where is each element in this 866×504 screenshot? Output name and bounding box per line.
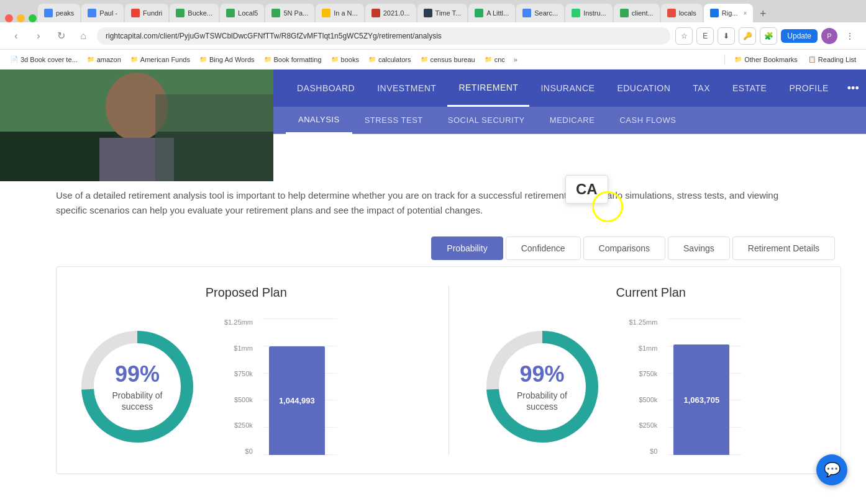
minimize-button[interactable]	[17, 14, 25, 22]
bookmark-star-icon[interactable]: ☆	[675, 27, 693, 45]
tab-savings[interactable]: Savings	[668, 236, 730, 260]
proposed-bar-area: 1,044,993	[263, 318, 337, 455]
proposed-plan-section: Proposed Plan 99% Probability ofsuccess	[75, 286, 417, 455]
nav-item-estate[interactable]: Estate	[721, 70, 778, 107]
tab-icon-2021	[371, 9, 380, 17]
tab-ina[interactable]: In a N...	[316, 4, 364, 22]
tab-fundri[interactable]: Fundri	[125, 4, 168, 22]
video-person	[0, 70, 273, 181]
bookmark-cnc[interactable]: 📁 cnc	[480, 53, 509, 66]
forward-button[interactable]: ›	[30, 27, 47, 45]
home-button[interactable]: ⌂	[75, 27, 92, 45]
tab-retirement-details[interactable]: Retirement Details	[732, 236, 835, 260]
maximize-button[interactable]	[29, 14, 37, 22]
extension-icon-1[interactable]: E	[696, 27, 714, 45]
bookmark-3d-book[interactable]: 📄 3d Book cover te...	[6, 53, 81, 66]
nav-item-dashboard[interactable]: Dashboard	[286, 70, 366, 107]
nav-item-insurance[interactable]: Insurance	[529, 70, 606, 107]
bookmark-books[interactable]: 📁 books	[327, 53, 363, 66]
current-plan-section: Current Plan 99% Probability ofsuccess	[480, 286, 823, 455]
tab-icon-paul	[88, 9, 96, 17]
bookmark-book-formatting[interactable]: 📁 Book formatting	[260, 53, 326, 66]
folder-icon: 📁	[263, 55, 272, 64]
nav-item-tax[interactable]: Tax	[681, 70, 721, 107]
tab-local5[interactable]: Local5	[220, 4, 264, 22]
current-donut-text: 99% Probability ofsuccess	[517, 361, 567, 412]
tab-5npa[interactable]: 5N Pa...	[265, 4, 314, 22]
bookmark-american-funds[interactable]: 📁 American Funds	[126, 53, 194, 66]
sub-nav-cash-flows[interactable]: Cash Flows	[607, 107, 688, 134]
proposed-donut-text: 99% Probability ofsuccess	[112, 361, 163, 412]
proposed-y-axis: $1.25mm $1mm $750k $500k $250k $0	[224, 318, 258, 455]
page-description: Use of a detailed retirement analysis to…	[56, 188, 801, 218]
proposed-y-label-3: $500k	[234, 396, 253, 403]
extension-icon-2[interactable]: ⬇	[718, 27, 735, 45]
tab-paul[interactable]: Paul -	[81, 4, 124, 22]
sub-nav-social-security[interactable]: Social Security	[435, 107, 537, 134]
tab-bucket[interactable]: Bucke...	[170, 4, 219, 22]
close-icon[interactable]: ×	[743, 10, 747, 17]
folder-icon: 📁	[420, 55, 429, 64]
folder-icon: 📁	[330, 55, 339, 64]
current-y-label-1: $1mm	[639, 344, 658, 352]
extension-icon-3[interactable]: 🔑	[739, 27, 756, 45]
sub-nav-analysis[interactable]: Analysis	[286, 107, 352, 134]
close-button[interactable]	[5, 14, 13, 22]
tab-icon-right	[710, 9, 719, 17]
proposed-plan-donut: 99% Probability ofsuccess	[75, 325, 199, 449]
bookmark-other[interactable]: 📁 Other Bookmarks	[730, 53, 801, 66]
nav-item-retirement[interactable]: Retirement	[447, 70, 529, 107]
video-overlay	[0, 70, 273, 181]
nav-item-profile[interactable]: Profile	[778, 70, 839, 107]
proposed-plan-chart: 99% Probability ofsuccess $1.25mm $1mm $…	[75, 318, 417, 455]
proposed-plan-title: Proposed Plan	[75, 286, 417, 300]
nav-more-icon[interactable]: •••	[840, 82, 866, 95]
tab-comparisons[interactable]: Comparisons	[583, 236, 665, 260]
tab-locals[interactable]: locals	[661, 4, 703, 22]
chat-icon: 💬	[824, 462, 841, 478]
url-bar[interactable]: rightcapital.com/client/PyjuGwTSWCblDwcG…	[97, 27, 670, 45]
bookmark-reading-list[interactable]: 📋 Reading List	[804, 53, 860, 66]
sub-nav-medicare[interactable]: Medicare	[537, 107, 608, 134]
tab-peaks[interactable]: peaks	[38, 4, 80, 22]
current-y-label-0: $1.25mm	[629, 318, 658, 326]
current-probability-percent: 99%	[517, 361, 567, 387]
tab-2021[interactable]: 2021.0...	[365, 4, 416, 22]
grid-line-1	[263, 318, 337, 319]
back-button[interactable]: ‹	[7, 27, 25, 45]
bookmarks-overflow[interactable]: »	[510, 54, 521, 65]
tab-confidence[interactable]: Confidence	[506, 236, 581, 260]
bookmark-amazon[interactable]: 📁 amazon	[83, 53, 125, 66]
tab-icon-timet	[424, 9, 432, 17]
tab-icon-search	[522, 9, 531, 17]
more-options-icon[interactable]: ⋮	[841, 27, 859, 45]
current-plan-bar: $1.25mm $1mm $750k $500k $250k $0	[629, 318, 823, 455]
bookmark-census-bureau[interactable]: 📁 census bureau	[416, 53, 479, 66]
current-plan-donut: 99% Probability ofsuccess	[480, 325, 604, 449]
update-button[interactable]: Update	[781, 29, 818, 43]
current-plan-chart: 99% Probability ofsuccess $1.25mm $1mm $…	[480, 318, 823, 455]
browser-frame: peaks Paul - Fundri Bucke... Local5 5N P…	[0, 0, 866, 70]
tab-icon-bucket	[176, 9, 185, 17]
refresh-button[interactable]: ↻	[52, 27, 70, 45]
bookmark-calculators[interactable]: 📁 calculators	[364, 53, 415, 66]
tab-instru[interactable]: Instru...	[565, 4, 613, 22]
tab-probability[interactable]: Probability	[431, 236, 503, 260]
tab-timet[interactable]: Time T...	[417, 4, 468, 22]
extension-icon-4[interactable]: 🧩	[760, 27, 777, 45]
proposed-plan-bar: $1.25mm $1mm $750k $500k $250k $0	[224, 318, 417, 455]
avatar[interactable]: P	[821, 28, 837, 44]
sub-nav-stress-test[interactable]: Stress Test	[352, 107, 435, 134]
bookmark-bing-ad-words[interactable]: 📁 Bing Ad Words	[195, 53, 258, 66]
tab-search[interactable]: Searc...	[516, 4, 564, 22]
bookmarks-right-section: 📁 Other Bookmarks 📋 Reading List	[722, 53, 860, 66]
proposed-probability-label: Probability ofsuccess	[112, 390, 163, 412]
nav-item-education[interactable]: Education	[606, 70, 681, 107]
nav-item-investment[interactable]: Investment	[366, 70, 447, 107]
tab-icon-5npa	[271, 9, 280, 17]
new-tab-button[interactable]: +	[754, 5, 772, 22]
chat-button[interactable]: 💬	[816, 454, 847, 485]
tab-right[interactable]: Rig... ×	[704, 4, 754, 22]
tab-clients[interactable]: client...	[614, 4, 660, 22]
tab-alittle[interactable]: A Littl...	[468, 4, 515, 22]
